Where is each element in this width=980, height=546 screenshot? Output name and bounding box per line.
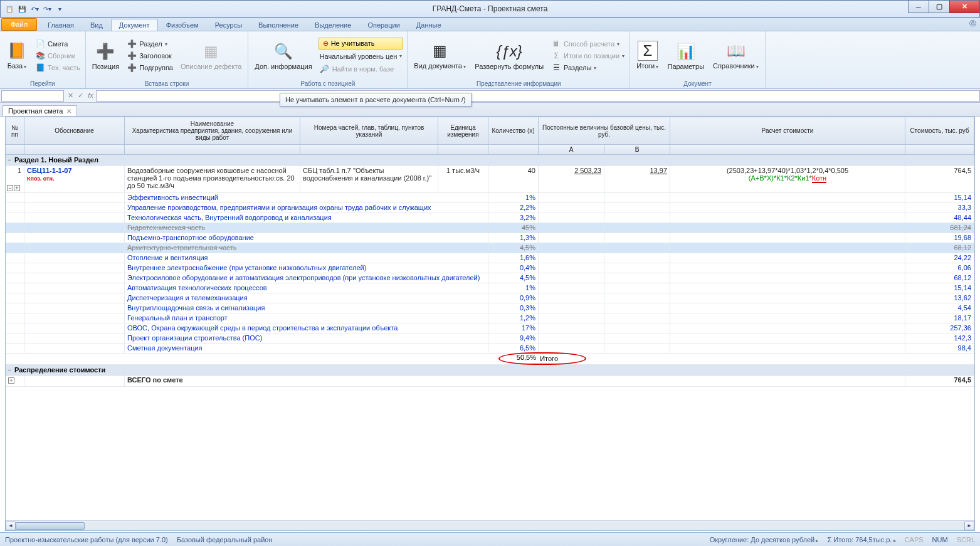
dop-info-button[interactable]: 🔍Доп. информация bbox=[252, 33, 314, 79]
redo-icon[interactable]: ↷▾ bbox=[42, 4, 52, 14]
grid: № пп Обоснование Наименование Характерис… bbox=[5, 117, 975, 531]
accept-formula-icon[interactable]: ✓ bbox=[78, 92, 83, 100]
tab-resources[interactable]: Ресурсы bbox=[207, 19, 250, 31]
position-button[interactable]: ➕Позиция bbox=[90, 33, 122, 79]
tab-main[interactable]: Главная bbox=[40, 19, 82, 31]
table-row[interactable]: Электросиловое оборудование и автоматиза… bbox=[6, 273, 974, 283]
qat-more-icon[interactable]: ▾ bbox=[55, 4, 65, 14]
table-row[interactable]: Генеральный план и транспорт1,2%18,17 bbox=[6, 313, 974, 323]
doc-tab-close-icon[interactable]: ✕ bbox=[66, 108, 71, 115]
total-row[interactable]: + ВСЕГО по смете 764,5 bbox=[6, 375, 974, 387]
razdel-button[interactable]: ➕Раздел bbox=[125, 38, 174, 50]
itogi-poz-button[interactable]: ΣИтоги по позиции bbox=[550, 50, 626, 61]
formula-input[interactable] bbox=[96, 90, 980, 102]
razvernut-button[interactable]: {ƒx}Развернуть формулы bbox=[472, 33, 546, 79]
table-row[interactable]: Отопление и вентиляция1,6%24,22 bbox=[6, 253, 974, 263]
table-row[interactable]: Архитектурно-строительная часть4,5%68,12 bbox=[6, 243, 974, 253]
grid-header: № пп Обоснование Наименование Характерис… bbox=[6, 117, 974, 145]
tab-document[interactable]: Документ bbox=[111, 19, 158, 31]
tab-data[interactable]: Данные bbox=[408, 19, 450, 31]
doc-tab[interactable]: Проектная смета✕ bbox=[3, 105, 77, 116]
baza-button[interactable]: 📙База bbox=[4, 33, 30, 79]
tab-view[interactable]: Вид bbox=[82, 19, 111, 31]
table-row[interactable]: Внутреннее электроснабжение (при установ… bbox=[6, 263, 974, 273]
tree-minus-icon[interactable]: − bbox=[7, 185, 13, 191]
table-row[interactable]: Проект организации строительства (ПОС)9,… bbox=[6, 333, 974, 344]
status-left-1: Проектно-изыскательские работы (для верс… bbox=[5, 536, 168, 543]
opisanie-button[interactable]: ▦Описание дефекта bbox=[178, 33, 244, 79]
razdely-button[interactable]: ☰Разделы bbox=[550, 62, 626, 73]
tooltip: Не учитывать элемент в расчете документа… bbox=[280, 93, 472, 107]
col-rasch[interactable]: Расчет стоимости bbox=[670, 117, 905, 144]
section-row-2[interactable]: − Распределение стоимости bbox=[6, 365, 974, 375]
book-icon: 📖 bbox=[726, 41, 746, 61]
col-stoim[interactable]: Стоимость, тыс. руб bbox=[905, 117, 974, 144]
tex-button[interactable]: 📘Тех. часть bbox=[34, 62, 82, 73]
zagolovok-button[interactable]: ➕Заголовок bbox=[125, 50, 174, 61]
table-row[interactable]: Диспетчеризация и телемеханизация0,9%13,… bbox=[6, 293, 974, 303]
tab-fiz[interactable]: Физобъем bbox=[158, 19, 207, 31]
spravochniki-button[interactable]: 📖Справочники bbox=[710, 33, 761, 79]
col-obos[interactable]: Обоснование bbox=[24, 117, 125, 144]
table-row[interactable]: ОВОС, Охрана окружающей среды в период с… bbox=[6, 323, 974, 333]
table-row[interactable]: Эффективность инвестиций1%15,14 bbox=[6, 193, 974, 203]
table-row[interactable]: Внутриплощадочная связь и сигнализация0,… bbox=[6, 303, 974, 313]
sposob-button[interactable]: 🖩Способ расчета bbox=[550, 38, 626, 50]
itogi-button[interactable]: ΣИтоги bbox=[634, 33, 661, 79]
formula-bar: ✕ ✓ fx bbox=[0, 89, 980, 103]
scroll-thumb[interactable] bbox=[16, 522, 85, 530]
itogo-value: 50,5% bbox=[488, 354, 539, 361]
list-icon: ☰ bbox=[551, 63, 561, 73]
col-ed[interactable]: Единица измерения bbox=[438, 117, 488, 144]
scroll-left-icon[interactable]: ◄ bbox=[6, 522, 16, 530]
sbornik-button[interactable]: 📚Сборник bbox=[34, 50, 82, 61]
col-nom[interactable]: Номера частей, глав, таблиц, пунктов ука… bbox=[300, 117, 438, 144]
minus-icon: ⊖ bbox=[323, 39, 329, 48]
col-b[interactable]: B bbox=[604, 145, 670, 154]
save-icon[interactable]: 💾 bbox=[17, 4, 27, 14]
tab-operations[interactable]: Операции bbox=[359, 19, 408, 31]
status-okrug[interactable]: Округление: До десятков рублей bbox=[710, 536, 819, 543]
name-box[interactable] bbox=[1, 90, 64, 102]
group-label-position: Работа с позицией bbox=[252, 79, 403, 88]
close-button[interactable]: ✕ bbox=[949, 1, 979, 13]
tab-selection[interactable]: Выделение bbox=[307, 19, 359, 31]
tree-plus-icon[interactable]: + bbox=[14, 185, 20, 191]
tab-file[interactable]: Файл bbox=[1, 18, 37, 31]
parametry-button[interactable]: 📊Параметры bbox=[665, 33, 707, 79]
ne-uchityvat-button[interactable]: ⊖Не учитывать bbox=[319, 38, 404, 50]
maximize-button[interactable]: ▢ bbox=[929, 1, 950, 13]
collapse-icon-2[interactable]: − bbox=[6, 367, 13, 373]
fx-icon: {ƒx} bbox=[499, 41, 519, 61]
smeta-button[interactable]: 📄Смета bbox=[34, 38, 82, 50]
col-post[interactable]: Постоянные величины базовой цены, тыс. р… bbox=[539, 117, 670, 144]
table-row[interactable]: Автоматизация технологических процессов1… bbox=[6, 283, 974, 293]
vid-doc-button[interactable]: ▦Вид документа bbox=[411, 33, 468, 79]
quick-access-toolbar: 📋 💾 ↶▾ ↷▾ ▾ bbox=[1, 4, 68, 14]
table-row[interactable]: Подъемно-транспортное оборудование1,3%19… bbox=[6, 233, 974, 243]
status-itogo[interactable]: Σ Итого: 764,5тыс.р. bbox=[827, 536, 895, 543]
tab-vyp[interactable]: Выполнение bbox=[250, 19, 307, 31]
table-row[interactable]: Технологическая часть, Внутренний водопр… bbox=[6, 213, 974, 223]
table-row[interactable]: Сметная документация6,5%98,4 bbox=[6, 344, 974, 354]
cancel-formula-icon[interactable]: ✕ bbox=[68, 92, 73, 100]
sum-icon: Σ bbox=[551, 51, 561, 61]
nach-uroven-button[interactable]: Начальный уровень цен bbox=[319, 52, 404, 61]
minimize-button[interactable]: ─ bbox=[908, 1, 929, 13]
podgruppa-button[interactable]: ➕Подгруппа bbox=[125, 62, 174, 73]
table-row[interactable]: Управление производством, предприятиями … bbox=[6, 203, 974, 213]
col-a[interactable]: A bbox=[539, 145, 604, 154]
position-row[interactable]: 1 −+ СБЦ11-1-1-07Кпоз. отн. Водозаборные… bbox=[6, 165, 974, 193]
h-scrollbar[interactable]: ◄ ► bbox=[6, 520, 974, 530]
ribbon-help-icon[interactable]: ⓐ bbox=[969, 19, 976, 28]
col-pp[interactable]: № пп bbox=[6, 117, 24, 144]
tree-plus-total-icon[interactable]: + bbox=[8, 377, 14, 384]
section-row-1[interactable]: − Раздел 1. Новый Раздел bbox=[6, 155, 974, 165]
scroll-right-icon[interactable]: ► bbox=[964, 522, 974, 530]
table-row[interactable]: Гидротехническая часть45%681,24 bbox=[6, 223, 974, 233]
collapse-icon[interactable]: − bbox=[6, 157, 13, 163]
col-kol[interactable]: Количество (x) bbox=[488, 117, 539, 144]
undo-icon[interactable]: ↶▾ bbox=[29, 4, 40, 14]
naiti-button[interactable]: 🔎Найти в норм. базе bbox=[319, 63, 404, 75]
col-naim[interactable]: Наименование Характеристика предприятия,… bbox=[125, 117, 300, 144]
